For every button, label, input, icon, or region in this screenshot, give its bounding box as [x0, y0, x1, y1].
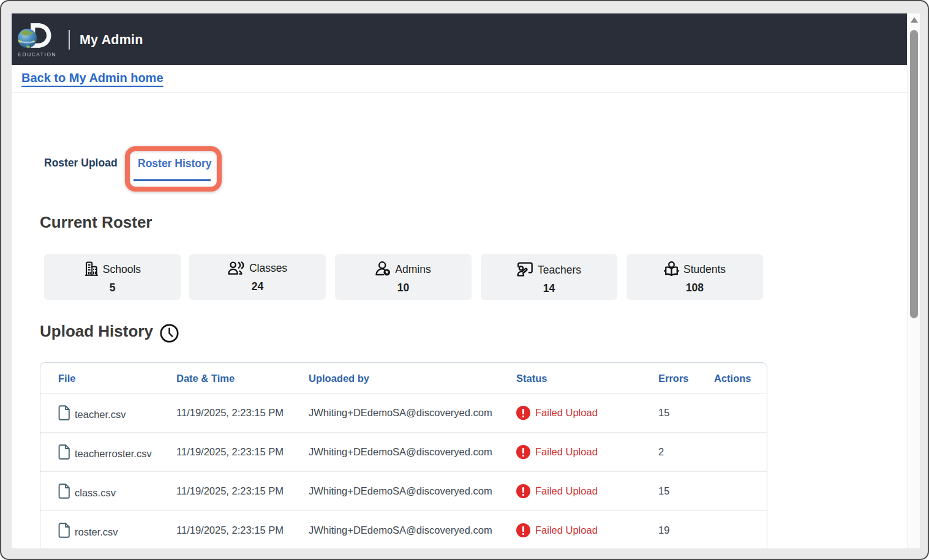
svg-text:EDUCATION: EDUCATION: [18, 52, 56, 58]
